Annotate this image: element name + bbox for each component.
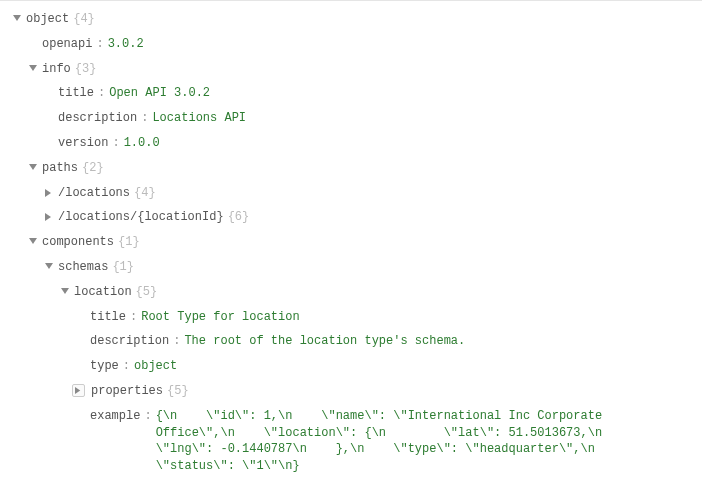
node-key: /locations/{locationId} [58, 209, 224, 226]
node-key: components [42, 234, 114, 251]
node-key: /locations [58, 185, 130, 202]
node-value: The root of the location type's schema. [184, 333, 465, 350]
node-key: title [90, 309, 126, 326]
node-key: version [58, 135, 108, 152]
svg-marker-3 [45, 189, 51, 197]
node-key: openapi [42, 36, 92, 53]
node-key: description [90, 333, 169, 350]
node-value: Root Type for location [141, 309, 299, 326]
tree-row-location: location {5} [10, 280, 692, 305]
node-value: 3.0.2 [108, 36, 144, 53]
svg-marker-5 [29, 238, 37, 244]
colon: : [96, 36, 103, 53]
tree-row: version : 1.0.0 [10, 131, 692, 156]
node-count: {5} [167, 383, 189, 400]
tree-row-info: info {3} [10, 57, 692, 82]
tree-row: /locations/{locationId} {6} [10, 205, 692, 230]
node-count: {4} [73, 11, 95, 28]
expand-toggle[interactable] [42, 260, 56, 274]
tree-row-example: example : {\n \"id\": 1,\n \"name\": \"I… [10, 404, 692, 479]
tree-row: description : Locations API [10, 106, 692, 131]
tree-row-openapi: openapi : 3.0.2 [10, 32, 692, 57]
node-count: {5} [136, 284, 158, 301]
node-count: {2} [82, 160, 104, 177]
collapse-toggle[interactable] [42, 186, 56, 200]
tree-row-components: components {1} [10, 230, 692, 255]
node-key: type [90, 358, 119, 375]
svg-marker-7 [61, 288, 69, 294]
node-key: example [90, 408, 140, 425]
tree-row-paths: paths {2} [10, 156, 692, 181]
node-key: properties [91, 383, 163, 400]
expand-toggle[interactable] [10, 12, 24, 26]
tree-row: title : Root Type for location [10, 305, 692, 330]
node-key: paths [42, 160, 78, 177]
tree-row-schemas: schemas {1} [10, 255, 692, 280]
tree-row: title : Open API 3.0.2 [10, 81, 692, 106]
node-key: title [58, 85, 94, 102]
node-count: {3} [75, 61, 97, 78]
expand-toggle[interactable] [26, 161, 40, 175]
node-count: {1} [118, 234, 140, 251]
node-count: {6} [228, 209, 250, 226]
node-value: object [134, 358, 177, 375]
expand-toggle[interactable] [26, 235, 40, 249]
svg-marker-8 [75, 387, 80, 394]
tree-row-root: object {4} [10, 7, 692, 32]
collapse-toggle[interactable] [72, 384, 85, 397]
node-count: {1} [112, 259, 134, 276]
node-value: Locations API [152, 110, 246, 127]
svg-marker-6 [45, 263, 53, 269]
node-value: 1.0.0 [124, 135, 160, 152]
node-label: object [26, 11, 69, 28]
svg-marker-4 [45, 213, 51, 221]
node-key: schemas [58, 259, 108, 276]
tree-row: description : The root of the location t… [10, 329, 692, 354]
svg-marker-2 [29, 164, 37, 170]
svg-marker-1 [29, 65, 37, 71]
node-key: description [58, 110, 137, 127]
node-value: Open API 3.0.2 [109, 85, 210, 102]
expand-toggle[interactable] [26, 62, 40, 76]
tree-row-properties: properties {5} [10, 379, 692, 404]
node-key: location [74, 284, 132, 301]
node-count: {4} [134, 185, 156, 202]
tree-row: type : object [10, 354, 692, 379]
node-key: info [42, 61, 71, 78]
tree-row: /locations {4} [10, 181, 692, 206]
expand-toggle[interactable] [58, 285, 72, 299]
node-value: {\n \"id\": 1,\n \"name\": \"Internation… [156, 408, 676, 475]
svg-marker-0 [13, 15, 21, 21]
collapse-toggle[interactable] [42, 210, 56, 224]
